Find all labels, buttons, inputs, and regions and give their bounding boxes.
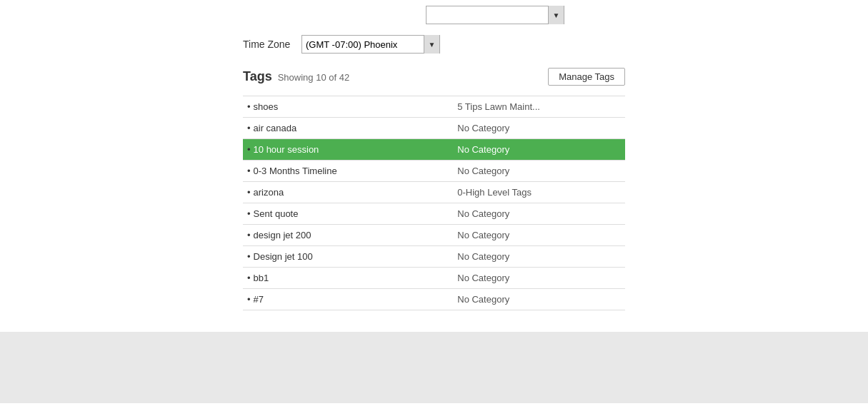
tag-category-text: No Category [457,144,509,155]
tag-name-text: Sent quote [254,208,299,219]
tag-bullet: • [247,166,251,176]
tag-category-text: 0-High Level Tags [457,187,532,198]
tag-bullet: • [247,273,251,283]
tag-category-cell: 5 Tips Lawn Maint... [453,96,625,118]
tag-name-text: 0-3 Months Timeline [254,166,337,176]
tag-bullet: • [247,294,251,305]
tag-name-cell: •Design jet 100 [243,246,453,268]
tag-category-text: No Category [457,294,509,305]
tag-name-cell: •0-3 Months Timeline [243,161,453,182]
tag-name-cell: •Sent quote [243,203,453,225]
tag-bullet: • [247,144,251,155]
tag-category-text: No Category [457,208,509,219]
tag-category-cell: No Category [453,203,625,225]
manage-tags-button[interactable]: Manage Tags [548,68,625,86]
tags-header: Tags Showing 10 of 42 Manage Tags [243,68,625,86]
tag-category-cell: 0-High Level Tags [453,182,625,203]
tag-name-text: shoes [254,101,279,112]
tags-section: Tags Showing 10 of 42 Manage Tags •shoes… [0,54,868,310]
timezone-dropdown-icon[interactable]: ▼ [424,35,439,54]
tag-category-text: No Category [457,123,509,133]
tag-category-cell: No Category [453,246,625,268]
tag-name-cell: •air canada [243,118,453,139]
table-row[interactable]: •0-3 Months TimelineNo Category [243,161,625,182]
tag-category-text: 5 Tips Lawn Maint... [457,101,540,112]
table-row[interactable]: •design jet 200No Category [243,225,625,246]
top-input-field[interactable] [426,9,548,22]
tag-name-cell: •arizona [243,182,453,203]
tag-name-cell: •design jet 200 [243,225,453,246]
tag-category-text: No Category [457,251,509,262]
tag-category-text: No Category [457,230,509,240]
bottom-footer [0,332,868,403]
tags-count: Showing 10 of 42 [278,72,349,83]
table-row[interactable]: •arizona0-High Level Tags [243,182,625,203]
tag-name-cell: •bb1 [243,268,453,289]
tag-name-text: #7 [254,294,264,305]
tag-name-text: arizona [254,187,284,198]
tag-bullet: • [247,230,251,240]
timezone-selector[interactable]: ▼ [301,35,440,54]
table-row[interactable]: •Design jet 100No Category [243,246,625,268]
tag-category-cell: No Category [453,161,625,182]
tag-category-cell: No Category [453,139,625,161]
tag-category-cell: No Category [453,268,625,289]
top-dropdown-btn[interactable]: ▼ [548,6,564,24]
tags-title: Tags [243,69,272,84]
tags-table: •shoes5 Tips Lawn Maint...•air canadaNo … [243,96,625,310]
timezone-input[interactable] [302,38,424,51]
table-row[interactable]: •#7No Category [243,289,625,310]
tag-category-cell: No Category [453,118,625,139]
tag-name-text: Design jet 100 [254,251,313,262]
table-row[interactable]: •shoes5 Tips Lawn Maint... [243,96,625,118]
tag-category-cell: No Category [453,289,625,310]
tag-category-cell: No Category [453,225,625,246]
table-row[interactable]: •10 hour sessionNo Category [243,139,625,161]
tag-name-text: 10 hour session [254,144,319,155]
table-row[interactable]: •Sent quoteNo Category [243,203,625,225]
page-container: ▼ Time Zone ▼ Tags Showing 10 of 42 Mana… [0,0,868,416]
tag-name-text: bb1 [254,273,269,283]
tag-name-text: air canada [254,123,297,133]
tag-name-text: design jet 200 [254,230,311,240]
tag-bullet: • [247,251,251,262]
tag-bullet: • [247,123,251,133]
table-row[interactable]: •bb1No Category [243,268,625,289]
tag-category-text: No Category [457,166,509,176]
tag-bullet: • [247,187,251,198]
tag-bullet: • [247,208,251,219]
tag-name-cell: •10 hour session [243,139,453,161]
tag-category-text: No Category [457,273,509,283]
timezone-label: Time Zone [243,39,293,50]
top-input-partial: ▼ [426,6,564,24]
tags-title-group: Tags Showing 10 of 42 [243,69,349,84]
tag-bullet: • [247,101,251,112]
tag-name-cell: •#7 [243,289,453,310]
table-row[interactable]: •air canadaNo Category [243,118,625,139]
timezone-row: Time Zone ▼ [0,24,868,54]
tag-name-cell: •shoes [243,96,453,118]
